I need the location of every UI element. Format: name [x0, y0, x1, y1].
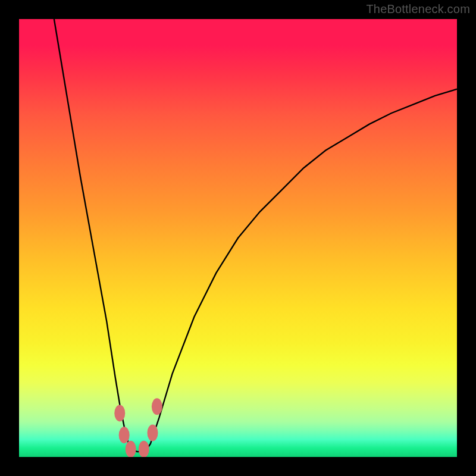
curve-marker: [152, 398, 162, 415]
curve-marker: [126, 441, 136, 457]
plot-area: [19, 19, 457, 457]
watermark-text: TheBottleneck.com: [366, 2, 470, 16]
chart-frame: TheBottleneck.com: [0, 0, 476, 476]
curve-marker: [139, 441, 149, 457]
bottleneck-chart: [19, 19, 457, 457]
curve-marker: [119, 427, 130, 443]
bottleneck-curve: [54, 19, 457, 452]
curve-marker: [147, 425, 158, 441]
curve-markers: [114, 398, 162, 457]
curve-marker: [114, 405, 125, 421]
